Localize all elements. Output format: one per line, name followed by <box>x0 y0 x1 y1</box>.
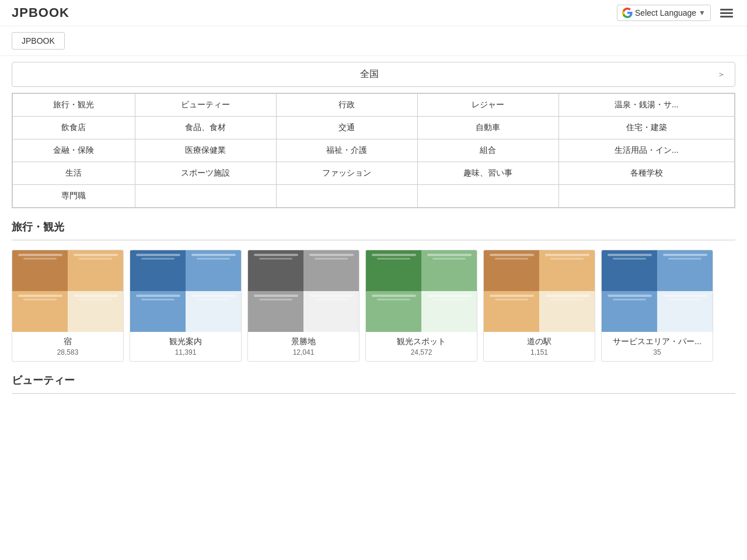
card-image <box>484 250 595 332</box>
card-body: サービスエリア・パー...35 <box>602 332 713 361</box>
card[interactable]: サービスエリア・パー...35 <box>601 250 713 362</box>
nav-tab-jpbook[interactable]: JPBOOK <box>12 32 65 50</box>
card-body: 観光スポット24,572 <box>366 332 477 361</box>
card-image-cell <box>657 291 713 332</box>
translate-arrow: ▼ <box>699 9 706 17</box>
card-image-cell <box>186 291 241 332</box>
category-cell[interactable]: 生活 <box>13 162 135 185</box>
region-label: 全国 <box>22 68 717 80</box>
category-cell[interactable]: 福祉・介護 <box>276 139 417 162</box>
card[interactable]: 宿28,583 <box>12 250 124 362</box>
category-cell[interactable] <box>417 185 558 208</box>
card-name: 宿 <box>17 337 118 347</box>
card-image-cell <box>12 291 68 332</box>
category-cell[interactable]: 食品、食材 <box>135 117 276 139</box>
category-cell[interactable]: 金融・保険 <box>13 139 135 162</box>
category-grid: 旅行・観光ビューティー行政レジャー温泉・銭湯・サ...飲食店食品、食材交通自動車… <box>12 93 735 208</box>
card-image-cell <box>539 291 595 332</box>
category-cell[interactable]: スポーツ施設 <box>135 162 276 185</box>
section-divider <box>12 393 735 394</box>
google-icon <box>622 8 633 18</box>
card-name: 道の駅 <box>488 337 590 347</box>
card[interactable]: 観光案内11,391 <box>130 250 242 362</box>
card[interactable]: 観光スポット24,572 <box>365 250 477 362</box>
category-cell[interactable]: ファッション <box>276 162 417 185</box>
card-image <box>366 250 477 332</box>
card-image-cell <box>484 250 539 291</box>
card-image-cell <box>130 250 186 291</box>
card-name: 観光スポット <box>371 337 472 347</box>
category-cell[interactable]: 自動車 <box>417 117 558 139</box>
card-image-cell <box>68 291 123 332</box>
category-cell[interactable]: 医療保健業 <box>135 139 276 162</box>
card-image-cell <box>68 250 123 291</box>
cards-grid: 宿28,583観光案内11,391景勝地12,041観光スポット24,572道の… <box>12 250 735 362</box>
header-right: Select Language ▼ <box>617 5 735 21</box>
card-image-cell <box>602 250 657 291</box>
card-image-cell <box>12 250 68 291</box>
card-count: 12,041 <box>253 348 354 356</box>
card-image-cell <box>366 250 421 291</box>
card-image-cell <box>366 291 421 332</box>
category-cell[interactable]: 温泉・銭湯・サ... <box>558 94 734 117</box>
card-image <box>602 250 713 332</box>
card-image-cell <box>484 291 539 332</box>
category-cell[interactable]: 行政 <box>276 94 417 117</box>
header: JPBOOK Select Language ▼ <box>0 0 747 26</box>
card-body: 観光案内11,391 <box>130 332 241 361</box>
card-image-cell <box>421 291 477 332</box>
card-name: サービスエリア・パー... <box>606 337 708 347</box>
site-logo[interactable]: JPBOOK <box>12 5 69 20</box>
section-title: 旅行・観光 <box>12 220 735 234</box>
card-image-cell <box>539 250 595 291</box>
category-cell[interactable]: ビューティー <box>135 94 276 117</box>
card-image-cell <box>248 250 303 291</box>
category-cell[interactable]: レジャー <box>417 94 558 117</box>
category-cell[interactable]: 交通 <box>276 117 417 139</box>
nav-bar: JPBOOK <box>0 26 747 56</box>
card-name: 景勝地 <box>253 337 354 347</box>
section-travel: 旅行・観光宿28,583観光案内11,391景勝地12,041観光スポット24,… <box>12 220 735 362</box>
card-image-cell <box>248 291 303 332</box>
category-cell[interactable]: 住宅・建築 <box>558 117 734 139</box>
category-cell[interactable]: 組合 <box>417 139 558 162</box>
card-body: 道の駅1,151 <box>484 332 595 361</box>
translate-widget[interactable]: Select Language ▼ <box>617 5 711 21</box>
region-chevron-icon: ＞ <box>717 69 725 80</box>
card-image-cell <box>303 291 359 332</box>
card[interactable]: 景勝地12,041 <box>247 250 359 362</box>
category-cell[interactable]: 専門職 <box>13 185 135 208</box>
category-cell[interactable]: 各種学校 <box>558 162 734 185</box>
card-count: 35 <box>606 348 708 356</box>
translate-label: Select Language <box>635 8 696 18</box>
card-count: 24,572 <box>371 348 472 356</box>
list-view-icon[interactable] <box>718 6 735 20</box>
card-image <box>130 250 241 332</box>
card-image-cell <box>130 291 186 332</box>
card-image <box>248 250 359 332</box>
region-select[interactable]: 全国 ＞ <box>12 62 735 87</box>
card-count: 11,391 <box>135 348 236 356</box>
card-image-cell <box>602 291 657 332</box>
card-body: 景勝地12,041 <box>248 332 359 361</box>
category-cell[interactable]: 生活用品・イン... <box>558 139 734 162</box>
category-cell[interactable] <box>276 185 417 208</box>
card-body: 宿28,583 <box>12 332 123 361</box>
category-cell[interactable]: 飲食店 <box>13 117 135 139</box>
card-count: 28,583 <box>17 348 118 356</box>
category-cell[interactable]: 旅行・観光 <box>13 94 135 117</box>
category-cell[interactable]: 趣味、習い事 <box>417 162 558 185</box>
section-divider <box>12 240 735 240</box>
category-cell[interactable] <box>135 185 276 208</box>
section-beauty: ビューティー <box>12 373 735 394</box>
category-cell[interactable] <box>558 185 734 208</box>
card-image-cell <box>186 250 241 291</box>
card[interactable]: 道の駅1,151 <box>483 250 595 362</box>
card-image-cell <box>303 250 359 291</box>
card-name: 観光案内 <box>135 337 236 347</box>
card-image-cell <box>421 250 477 291</box>
card-count: 1,151 <box>488 348 590 356</box>
card-image-cell <box>657 250 713 291</box>
card-image <box>12 250 123 332</box>
section-title: ビューティー <box>12 373 735 387</box>
